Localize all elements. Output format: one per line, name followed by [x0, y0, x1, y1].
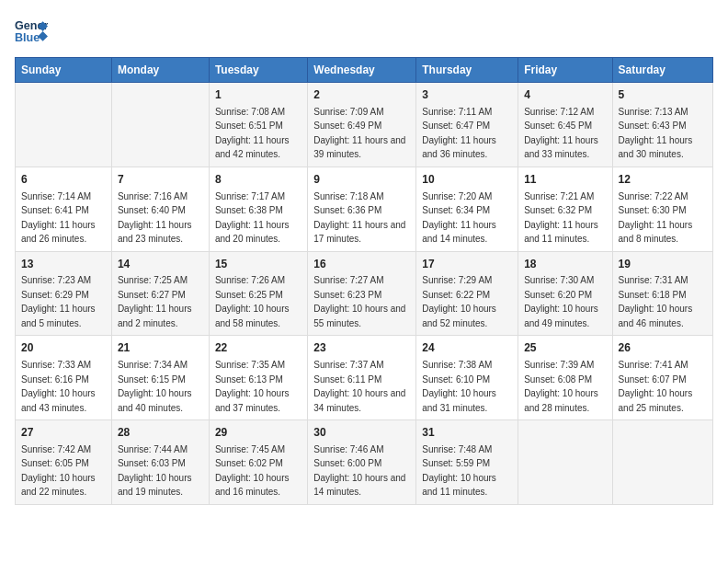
- day-number: 7: [118, 172, 203, 188]
- cell-info: Sunrise: 7:37 AMSunset: 6:11 PMDaylight:…: [313, 360, 405, 413]
- day-number: 14: [118, 257, 203, 272]
- cell-info: Sunrise: 7:09 AMSunset: 6:49 PMDaylight:…: [313, 107, 405, 160]
- day-number: 25: [524, 340, 606, 356]
- calendar-cell: 2Sunrise: 7:09 AMSunset: 6:49 PMDaylight…: [308, 83, 416, 167]
- cell-info: Sunrise: 7:08 AMSunset: 6:51 PMDaylight:…: [215, 107, 290, 160]
- calendar-cell: 12Sunrise: 7:22 AMSunset: 6:30 PMDayligh…: [612, 167, 712, 251]
- cell-info: Sunrise: 7:26 AMSunset: 6:25 PMDaylight:…: [215, 275, 290, 328]
- calendar-cell: 23Sunrise: 7:37 AMSunset: 6:11 PMDayligh…: [308, 336, 416, 420]
- header-day-thursday: Thursday: [416, 58, 518, 83]
- cell-info: Sunrise: 7:42 AMSunset: 6:05 PMDaylight:…: [21, 444, 96, 498]
- calendar-cell: 16Sunrise: 7:27 AMSunset: 6:23 PMDayligh…: [308, 251, 416, 336]
- day-number: 18: [524, 257, 606, 272]
- day-number: 17: [422, 257, 512, 272]
- day-number: 29: [215, 425, 301, 441]
- cell-info: Sunrise: 7:25 AMSunset: 6:27 PMDaylight:…: [118, 275, 192, 328]
- calendar-cell: 22Sunrise: 7:35 AMSunset: 6:13 PMDayligh…: [209, 336, 307, 420]
- calendar-cell: [518, 420, 612, 505]
- week-row-1: 1Sunrise: 7:08 AMSunset: 6:51 PMDaylight…: [16, 83, 713, 167]
- cell-info: Sunrise: 7:27 AMSunset: 6:23 PMDaylight:…: [313, 275, 405, 328]
- cell-info: Sunrise: 7:23 AMSunset: 6:29 PMDaylight:…: [21, 275, 96, 328]
- calendar-cell: 14Sunrise: 7:25 AMSunset: 6:27 PMDayligh…: [111, 251, 209, 336]
- cell-info: Sunrise: 7:38 AMSunset: 6:10 PMDaylight:…: [422, 360, 496, 413]
- calendar-body: 1Sunrise: 7:08 AMSunset: 6:51 PMDaylight…: [16, 83, 713, 505]
- cell-info: Sunrise: 7:29 AMSunset: 6:22 PMDaylight:…: [422, 275, 496, 328]
- calendar-cell: 10Sunrise: 7:20 AMSunset: 6:34 PMDayligh…: [416, 167, 518, 251]
- day-number: 20: [21, 340, 106, 356]
- calendar-table: SundayMondayTuesdayWednesdayThursdayFrid…: [15, 57, 713, 505]
- day-number: 13: [21, 257, 106, 272]
- calendar-cell: 3Sunrise: 7:11 AMSunset: 6:47 PMDaylight…: [416, 83, 518, 167]
- week-row-3: 13Sunrise: 7:23 AMSunset: 6:29 PMDayligh…: [16, 251, 713, 336]
- svg-text:Blue: Blue: [15, 31, 40, 44]
- header-day-wednesday: Wednesday: [308, 58, 416, 83]
- day-number: 16: [313, 257, 410, 272]
- calendar-cell: 30Sunrise: 7:46 AMSunset: 6:00 PMDayligh…: [308, 420, 416, 505]
- day-number: 27: [21, 425, 106, 441]
- calendar-cell: 1Sunrise: 7:08 AMSunset: 6:51 PMDaylight…: [209, 83, 307, 167]
- day-number: 5: [619, 87, 707, 103]
- calendar-cell: [111, 83, 209, 167]
- day-number: 2: [313, 87, 410, 103]
- logo-icon: General Blue: [15, 15, 48, 48]
- calendar-cell: 24Sunrise: 7:38 AMSunset: 6:10 PMDayligh…: [416, 336, 518, 420]
- cell-info: Sunrise: 7:13 AMSunset: 6:43 PMDaylight:…: [619, 107, 693, 160]
- calendar-cell: 21Sunrise: 7:34 AMSunset: 6:15 PMDayligh…: [111, 336, 209, 420]
- header-day-tuesday: Tuesday: [209, 58, 307, 83]
- day-number: 15: [215, 257, 301, 272]
- header-day-friday: Friday: [518, 58, 612, 83]
- cell-info: Sunrise: 7:22 AMSunset: 6:30 PMDaylight:…: [619, 191, 693, 245]
- cell-info: Sunrise: 7:45 AMSunset: 6:02 PMDaylight:…: [215, 444, 290, 498]
- calendar-cell: 5Sunrise: 7:13 AMSunset: 6:43 PMDaylight…: [612, 83, 712, 167]
- calendar-cell: 29Sunrise: 7:45 AMSunset: 6:02 PMDayligh…: [209, 420, 307, 505]
- calendar-cell: 7Sunrise: 7:16 AMSunset: 6:40 PMDaylight…: [111, 167, 209, 251]
- cell-info: Sunrise: 7:33 AMSunset: 6:16 PMDaylight:…: [21, 360, 96, 413]
- calendar-cell: 28Sunrise: 7:44 AMSunset: 6:03 PMDayligh…: [111, 420, 209, 505]
- calendar-cell: 13Sunrise: 7:23 AMSunset: 6:29 PMDayligh…: [16, 251, 112, 336]
- day-number: 3: [422, 87, 512, 103]
- cell-info: Sunrise: 7:11 AMSunset: 6:47 PMDaylight:…: [422, 107, 496, 160]
- page-header: General Blue: [15, 15, 713, 48]
- calendar-cell: 31Sunrise: 7:48 AMSunset: 5:59 PMDayligh…: [416, 420, 518, 505]
- cell-info: Sunrise: 7:41 AMSunset: 6:07 PMDaylight:…: [619, 360, 693, 413]
- day-number: 10: [422, 172, 512, 188]
- day-number: 6: [21, 172, 106, 188]
- cell-info: Sunrise: 7:17 AMSunset: 6:38 PMDaylight:…: [215, 191, 290, 245]
- cell-info: Sunrise: 7:14 AMSunset: 6:41 PMDaylight:…: [21, 191, 96, 245]
- cell-info: Sunrise: 7:31 AMSunset: 6:18 PMDaylight:…: [619, 275, 693, 328]
- day-number: 26: [619, 340, 707, 356]
- cell-info: Sunrise: 7:46 AMSunset: 6:00 PMDaylight:…: [313, 444, 405, 498]
- day-number: 23: [313, 340, 410, 356]
- day-number: 12: [619, 172, 707, 188]
- day-number: 22: [215, 340, 301, 356]
- cell-info: Sunrise: 7:34 AMSunset: 6:15 PMDaylight:…: [118, 360, 192, 413]
- calendar-cell: 4Sunrise: 7:12 AMSunset: 6:45 PMDaylight…: [518, 83, 612, 167]
- cell-info: Sunrise: 7:18 AMSunset: 6:36 PMDaylight:…: [313, 191, 405, 245]
- day-number: 21: [118, 340, 203, 356]
- cell-info: Sunrise: 7:30 AMSunset: 6:20 PMDaylight:…: [524, 275, 598, 328]
- cell-info: Sunrise: 7:12 AMSunset: 6:45 PMDaylight:…: [524, 107, 598, 160]
- cell-info: Sunrise: 7:35 AMSunset: 6:13 PMDaylight:…: [215, 360, 290, 413]
- cell-info: Sunrise: 7:39 AMSunset: 6:08 PMDaylight:…: [524, 360, 598, 413]
- header-day-monday: Monday: [111, 58, 209, 83]
- week-row-4: 20Sunrise: 7:33 AMSunset: 6:16 PMDayligh…: [16, 336, 713, 420]
- calendar-cell: 15Sunrise: 7:26 AMSunset: 6:25 PMDayligh…: [209, 251, 307, 336]
- header-day-sunday: Sunday: [16, 58, 112, 83]
- calendar-cell: [16, 83, 112, 167]
- calendar-cell: 11Sunrise: 7:21 AMSunset: 6:32 PMDayligh…: [518, 167, 612, 251]
- calendar-header: SundayMondayTuesdayWednesdayThursdayFrid…: [16, 58, 713, 83]
- header-day-saturday: Saturday: [612, 58, 712, 83]
- calendar-cell: 17Sunrise: 7:29 AMSunset: 6:22 PMDayligh…: [416, 251, 518, 336]
- day-number: 9: [313, 172, 410, 188]
- cell-info: Sunrise: 7:44 AMSunset: 6:03 PMDaylight:…: [118, 444, 192, 498]
- cell-info: Sunrise: 7:21 AMSunset: 6:32 PMDaylight:…: [524, 191, 598, 245]
- week-row-2: 6Sunrise: 7:14 AMSunset: 6:41 PMDaylight…: [16, 167, 713, 251]
- calendar-cell: 26Sunrise: 7:41 AMSunset: 6:07 PMDayligh…: [612, 336, 712, 420]
- header-row: SundayMondayTuesdayWednesdayThursdayFrid…: [16, 58, 713, 83]
- calendar-cell: 6Sunrise: 7:14 AMSunset: 6:41 PMDaylight…: [16, 167, 112, 251]
- calendar-cell: 9Sunrise: 7:18 AMSunset: 6:36 PMDaylight…: [308, 167, 416, 251]
- day-number: 11: [524, 172, 606, 188]
- calendar-cell: 19Sunrise: 7:31 AMSunset: 6:18 PMDayligh…: [612, 251, 712, 336]
- day-number: 28: [118, 425, 203, 441]
- cell-info: Sunrise: 7:48 AMSunset: 5:59 PMDaylight:…: [422, 444, 496, 498]
